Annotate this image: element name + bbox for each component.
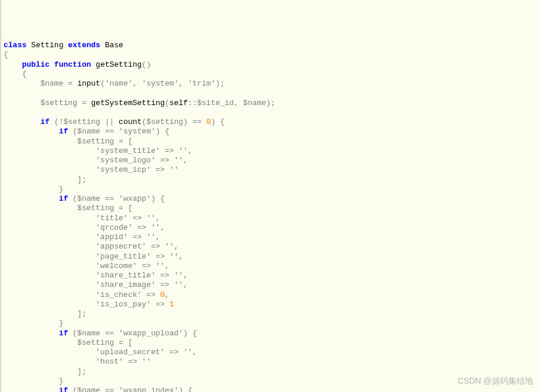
code-line: $setting = [ bbox=[4, 137, 539, 146]
code-line: $name = input('name', 'system', 'trim'); bbox=[4, 79, 539, 89]
code-line: if ($name == 'wxapp') { bbox=[4, 194, 539, 204]
code-line: 'share_image' => '', bbox=[4, 280, 539, 290]
code-line: class Setting extends Base bbox=[4, 41, 539, 50]
code-line: if (!$setting || count($setting) == 0) { bbox=[4, 117, 539, 127]
watermark: CSDN @源码集结地 bbox=[458, 376, 533, 387]
code-line: ]; bbox=[4, 175, 539, 185]
code-line: { bbox=[4, 50, 539, 60]
code-line: 'system_title' => '', bbox=[4, 146, 539, 156]
code-line: 'welcome' => '', bbox=[4, 262, 539, 271]
code-line: } bbox=[4, 319, 539, 328]
code-line: 'page_title' => '', bbox=[4, 252, 539, 262]
code-line: $setting = [ bbox=[4, 204, 539, 213]
code-line: if ($name == 'wxapp_upload') { bbox=[4, 329, 539, 338]
code-line: 'is_ios_pay' => 1 bbox=[4, 300, 539, 309]
code-line: ]; bbox=[4, 309, 539, 319]
code-line: 'upload_secret' => '', bbox=[4, 348, 539, 357]
code-line bbox=[4, 89, 539, 98]
code-line: $setting = getSystemSetting(self::$site_… bbox=[4, 99, 539, 108]
code-line: 'system_icp' => '' bbox=[4, 165, 539, 175]
code-line: { bbox=[4, 70, 539, 79]
code-line: ]; bbox=[4, 367, 539, 377]
code-line: 'appid' => '', bbox=[4, 233, 539, 242]
code-line: 'host' => '' bbox=[4, 357, 539, 367]
code-line: 'qrcode' => '', bbox=[4, 223, 539, 233]
code-line: 'is_check' => 0, bbox=[4, 290, 539, 300]
code-line: if ($name == 'system') { bbox=[4, 127, 539, 136]
code-line: 'appsecret' => '', bbox=[4, 242, 539, 251]
code-line: 'share_title' => '', bbox=[4, 271, 539, 280]
code-line: public function getSetting() bbox=[4, 60, 539, 70]
code-line: } bbox=[4, 185, 539, 194]
code-line: 'system_logo' => '', bbox=[4, 156, 539, 165]
code-line bbox=[4, 108, 539, 117]
code-block: class Setting extends Base{ public funct… bbox=[4, 41, 539, 392]
code-line: 'title' => '', bbox=[4, 214, 539, 223]
code-line: if ($name == 'wxapp_index') { bbox=[4, 386, 539, 392]
code-line: $setting = [ bbox=[4, 338, 539, 348]
